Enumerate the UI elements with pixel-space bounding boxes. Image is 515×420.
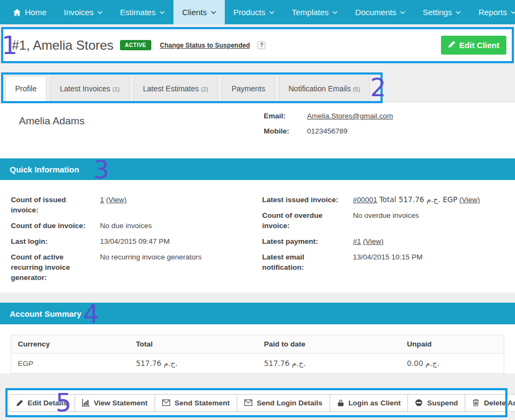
change-status-link[interactable]: Change Status to Suspended (160, 42, 250, 49)
action-label: Delete Account (484, 399, 515, 407)
col-header-paid: Paid to date (257, 335, 400, 354)
delete-account-button[interactable]: Delete Account (465, 394, 515, 412)
info-value: 13/04/2015 09:47 PM (100, 236, 262, 246)
send-statement-button[interactable]: Send Statement (155, 394, 237, 412)
info-value: #1 (View) (353, 236, 504, 246)
nav-item-label: Reports (478, 8, 507, 17)
info-label: Last login: (11, 236, 100, 246)
profile-content: Amelia Adams Email: Amelia.Stores@gmail.… (0, 102, 515, 158)
edit-client-button[interactable]: Edit Client (441, 36, 506, 55)
chevron-down-icon (159, 11, 165, 14)
issued-view-link[interactable]: (View) (106, 196, 126, 204)
ban-icon (415, 399, 423, 406)
info-label: Count of overdue invoice: (262, 210, 353, 231)
info-value: No recurring invoice generators (100, 252, 262, 283)
tab-label: Payments (231, 84, 265, 93)
suspend-button[interactable]: Suspend (407, 394, 465, 412)
info-row-latest-invoice: Latest issued invoice: #00001 Total 517.… (262, 195, 504, 205)
latest-invoice-total: Total 517.76 ج.م. EGP (379, 195, 457, 204)
tab-count: (2) (201, 86, 208, 92)
bar-chart-icon (82, 399, 90, 406)
info-label: Count of issued invoice: (11, 195, 100, 215)
latest-invoice-link[interactable]: #00001 (353, 196, 377, 204)
nav-item-clients[interactable]: Clients (173, 0, 225, 24)
info-row-latest-payment: Latest payment: #1 (View) (262, 236, 504, 246)
nav-item-documents[interactable]: Documents (346, 0, 414, 24)
quick-information-header: Quick Information (0, 158, 515, 180)
nav-item-templates[interactable]: Templates (283, 0, 346, 24)
client-name: Amelia Adams (19, 115, 84, 127)
nav-item-home[interactable]: Home (4, 0, 55, 24)
nav-item-label: Clients (182, 8, 207, 17)
help-icon[interactable]: ? (257, 41, 265, 49)
col-header-unpaid: Unpaid (400, 335, 504, 354)
info-label: Latest email notification: (262, 252, 353, 272)
action-label: Edit Details (28, 399, 68, 407)
latest-payment-view-link[interactable]: (View) (363, 237, 384, 245)
cell-total: 517.76 ج.م. (129, 354, 257, 374)
info-value: #00001 Total 517.76 ج.م. EGP (View) (353, 195, 504, 205)
latest-invoice-view-link[interactable]: (View) (459, 196, 480, 204)
tab-label: Notification Emails (289, 84, 351, 93)
cell-paid: 517.76 ج.م. (257, 354, 400, 374)
client-actions-group: Edit Details View Statement Send Stateme… (9, 394, 515, 412)
chevron-down-icon (211, 11, 216, 14)
annotation-number-2: 2 (370, 76, 386, 99)
tab-count: (5) (353, 86, 360, 92)
info-label: Count of due invoice: (11, 221, 100, 231)
action-label: Send Login Details (257, 399, 323, 407)
nav-item-reports[interactable]: Reports (470, 0, 515, 24)
mobile-value: 0123456789 (307, 127, 347, 135)
tab-notification-emails[interactable]: Notification Emails(5) (279, 76, 370, 102)
login-as-client-button[interactable]: Login as Client (330, 394, 409, 412)
page-title: #1, Amelia Stores (12, 38, 113, 53)
chevron-down-icon (511, 11, 515, 14)
tab-latest-invoices[interactable]: Latest Invoices(1) (50, 76, 130, 102)
tab-label: Profile (15, 84, 37, 93)
pencil-icon (448, 41, 456, 50)
main-navbar: Home Invoices Estimates Clients Products… (0, 0, 515, 24)
chevron-down-icon (332, 11, 338, 14)
client-header: #1, Amelia Stores ACTIVE Change Status t… (3, 29, 512, 61)
edit-details-button[interactable]: Edit Details (9, 394, 75, 412)
trash-icon (472, 399, 479, 406)
edit-client-label: Edit Client (459, 41, 499, 50)
mobile-label: Mobile: (264, 127, 307, 135)
nav-item-label: Settings (423, 8, 452, 17)
nav-item-settings[interactable]: Settings (414, 0, 470, 24)
action-label: Send Statement (175, 399, 230, 407)
nav-item-label: Invoices (64, 8, 93, 17)
nav-item-label: Estimates (120, 8, 156, 17)
cell-currency: EGP (11, 354, 130, 374)
nav-item-label: Products (233, 8, 265, 17)
send-login-details-button[interactable]: Send Login Details (237, 394, 330, 412)
latest-payment-link[interactable]: #1 (353, 237, 361, 245)
nav-item-estimates[interactable]: Estimates (111, 0, 173, 24)
section-title: Quick Information (10, 165, 79, 174)
action-label: View Statement (94, 399, 148, 407)
info-label: Latest payment: (262, 236, 353, 246)
issued-count-link[interactable]: 1 (100, 196, 104, 204)
tab-profile[interactable]: Profile (5, 76, 46, 102)
action-label: Login as Client (349, 399, 401, 407)
info-label: Count of active recurring invoice genera… (11, 252, 100, 283)
info-value: No overdue invoices (353, 210, 504, 231)
lock-icon (337, 399, 344, 406)
chevron-down-icon (456, 11, 461, 14)
tab-latest-estimates[interactable]: Latest Estimates(2) (133, 76, 218, 102)
section-title: Account Summary (10, 309, 82, 318)
tab-label: Latest Estimates (143, 84, 199, 93)
view-statement-button[interactable]: View Statement (75, 394, 156, 412)
tab-payments[interactable]: Payments (222, 76, 275, 102)
col-header-total: Total (129, 335, 257, 354)
tab-label: Latest Invoices (60, 84, 110, 93)
envelope-icon (162, 399, 170, 406)
client-actions-bar: Edit Details View Statement Send Stateme… (8, 390, 505, 415)
email-link[interactable]: Amelia.Stores@gmail.com (307, 112, 393, 120)
account-summary-table: Currency Total Paid to date Unpaid EGP 5… (11, 335, 504, 374)
nav-item-products[interactable]: Products (225, 0, 283, 24)
info-label: Latest issued invoice: (262, 195, 353, 205)
nav-item-invoices[interactable]: Invoices (55, 0, 111, 24)
quick-info-left-column: Count of issued invoice: 1 (View) Count … (11, 195, 262, 288)
info-row-recurring-generator: Count of active recurring invoice genera… (11, 252, 262, 283)
